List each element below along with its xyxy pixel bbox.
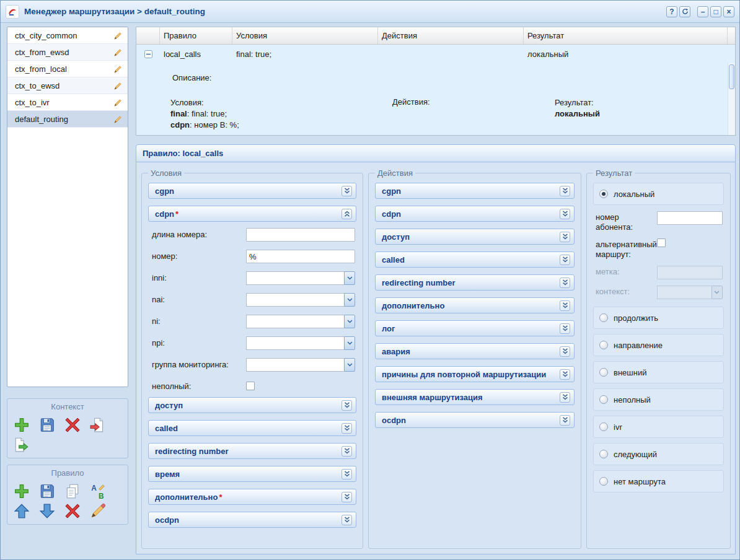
number-length-field[interactable] (246, 228, 355, 242)
minimize-button[interactable]: – (697, 6, 708, 17)
radio-no-route[interactable] (599, 477, 608, 486)
action-section-cgpn[interactable]: cgpn (375, 183, 575, 199)
radio-external[interactable] (599, 368, 608, 377)
action-section-avariya[interactable]: авария (375, 343, 575, 359)
import-context-button[interactable] (90, 417, 106, 433)
sidebar-item-ctx_city_common[interactable]: ctx_city_common (7, 27, 128, 44)
action-section-external-routing[interactable]: внешняя маршрутизация (375, 389, 575, 405)
sidebar-item-default_routing[interactable]: default_routing (7, 111, 128, 128)
condition-section-redirecting-number[interactable]: redirecting number (148, 443, 356, 459)
sidebar-item-ctx_from_ewsd[interactable]: ctx_from_ewsd (7, 44, 128, 61)
result-option-external[interactable]: внешний (593, 361, 724, 383)
number-field[interactable] (246, 250, 355, 263)
edit-pencil-icon[interactable] (113, 64, 123, 74)
rename-rule-icon[interactable]: AB (90, 483, 106, 499)
edit-pencil-icon[interactable] (113, 115, 123, 124)
action-section-ocdpn[interactable]: ocdpn (375, 412, 575, 428)
chevron-down-icon[interactable] (344, 315, 355, 328)
npi-select[interactable] (246, 336, 355, 350)
copy-rule-button[interactable] (64, 483, 81, 499)
chevron-down-icon[interactable] (344, 336, 355, 350)
add-rule-button[interactable] (14, 483, 30, 499)
radio-incomplete[interactable] (599, 395, 608, 404)
delete-context-button[interactable] (64, 417, 81, 433)
expand-icon[interactable] (560, 415, 570, 426)
add-context-button[interactable] (14, 417, 30, 433)
grid-scrollbar[interactable] (728, 63, 735, 135)
column-header-rule[interactable]: Правило (160, 27, 232, 44)
expand-icon[interactable] (341, 186, 352, 196)
result-option-no-route[interactable]: нет маршрута (593, 470, 724, 492)
expand-icon[interactable] (560, 323, 570, 334)
sidebar-item-ctx_to_ewsd[interactable]: ctx_to_ewsd (7, 77, 128, 94)
radio-ivr[interactable] (599, 422, 608, 431)
expand-icon[interactable] (560, 278, 570, 288)
condition-section-called[interactable]: called (148, 420, 356, 436)
expand-icon[interactable] (341, 446, 352, 457)
expand-icon[interactable] (560, 346, 570, 357)
move-rule-up-button[interactable] (14, 503, 30, 519)
sidebar-item-ctx_to_ivr[interactable]: ctx_to_ivr (7, 94, 128, 111)
action-section-log[interactable]: лог (375, 320, 575, 336)
edit-pencil-icon[interactable] (113, 31, 123, 40)
chevron-down-icon[interactable] (344, 293, 355, 307)
edit-rule-button[interactable] (90, 503, 106, 519)
action-section-reroute-reasons[interactable]: причины для повторной маршрутизации (375, 366, 575, 382)
close-button[interactable]: × (723, 6, 734, 17)
action-section-redirecting-number[interactable]: redirecting number (375, 274, 575, 291)
monitoring-group-select[interactable] (246, 358, 355, 372)
expand-icon[interactable] (560, 392, 570, 403)
delete-rule-button[interactable] (64, 503, 81, 519)
result-option-ivr[interactable]: ivr (593, 416, 724, 438)
inni-input[interactable] (246, 271, 344, 285)
expand-icon[interactable] (560, 255, 570, 265)
expand-icon[interactable] (341, 515, 352, 525)
help-button[interactable]: ? (666, 6, 677, 17)
expand-icon[interactable] (560, 232, 570, 242)
result-option-next[interactable]: следующий (593, 443, 724, 465)
incomplete-checkbox[interactable] (246, 382, 255, 390)
npi-input[interactable] (246, 336, 344, 350)
chevron-down-icon[interactable] (344, 358, 355, 372)
subscriber-number-field[interactable] (657, 211, 723, 225)
radio-direction[interactable] (599, 341, 608, 349)
expand-icon[interactable] (560, 186, 570, 196)
expand-icon[interactable] (341, 400, 352, 411)
edit-pencil-icon[interactable] (113, 81, 123, 90)
ni-input[interactable] (246, 315, 344, 328)
row-collapse-icon[interactable] (136, 50, 160, 58)
radio-local[interactable] (599, 190, 608, 198)
radio-continue[interactable] (599, 313, 608, 322)
save-rule-button[interactable] (39, 483, 55, 499)
column-header-conditions[interactable]: Условия (232, 27, 378, 44)
grid-scrollbar-thumb[interactable] (729, 64, 734, 89)
result-option-direction[interactable]: направление (593, 334, 724, 356)
condition-section-ocdpn[interactable]: ocdpn (148, 512, 356, 528)
expand-icon[interactable] (341, 492, 352, 502)
chevron-down-icon[interactable] (344, 271, 355, 285)
inni-select[interactable] (246, 271, 355, 285)
result-option-continue[interactable]: продолжить (593, 307, 724, 329)
maximize-button[interactable]: □ (710, 6, 721, 17)
radio-next[interactable] (599, 450, 608, 458)
ni-select[interactable] (246, 315, 355, 328)
export-context-button[interactable] (14, 437, 30, 453)
edit-pencil-icon[interactable] (113, 98, 123, 107)
column-header-result[interactable]: Результат (524, 27, 728, 44)
collapse-icon[interactable] (341, 209, 352, 219)
refresh-button[interactable] (679, 6, 690, 17)
condition-section-vremya[interactable]: время (148, 466, 356, 482)
condition-section-cgpn[interactable]: cgpn (148, 183, 356, 199)
condition-section-dopolnitelno[interactable]: дополнительно* (148, 489, 356, 505)
sidebar-item-ctx_from_local[interactable]: ctx_from_local (7, 61, 128, 77)
column-header-actions[interactable]: Действия (378, 27, 524, 44)
action-section-dostup[interactable]: доступ (375, 229, 575, 245)
move-rule-down-button[interactable] (39, 503, 55, 519)
expand-icon[interactable] (560, 209, 570, 219)
nai-input[interactable] (246, 293, 344, 307)
condition-section-dostup[interactable]: доступ (148, 397, 356, 413)
alt-route-checkbox[interactable] (657, 238, 666, 247)
nai-select[interactable] (246, 293, 355, 307)
edit-pencil-icon[interactable] (113, 48, 123, 57)
condition-section-cdpn[interactable]: cdpn* (148, 206, 356, 222)
